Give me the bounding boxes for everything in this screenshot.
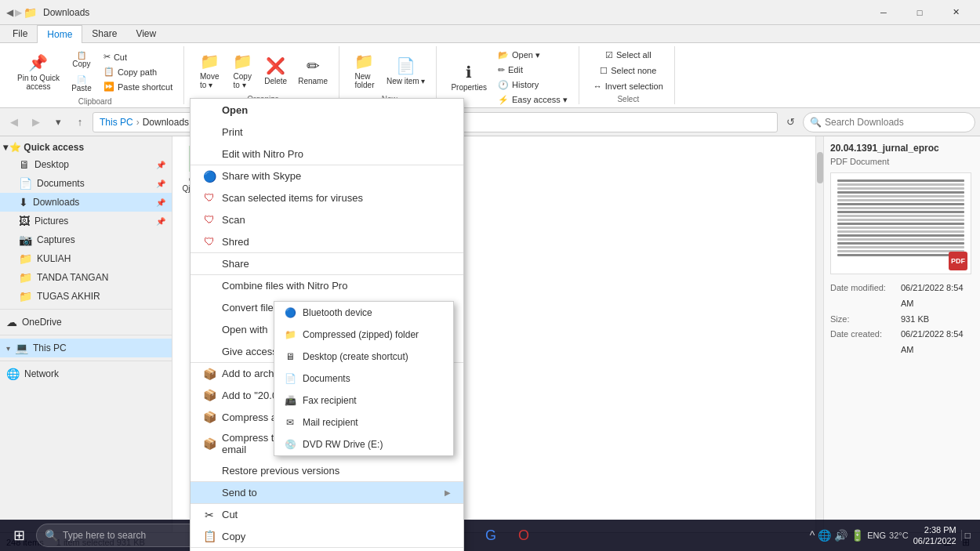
sendto-desktop[interactable]: 🖥 Desktop (create shortcut) bbox=[274, 346, 453, 368]
forward-button[interactable]: ▶ bbox=[27, 113, 45, 132]
ribbon-group-open: ℹ Properties 📂 Open ▾ ✏ Edit � bbox=[440, 46, 579, 104]
sidebar-item-kuliah[interactable]: 📁 KULIAH bbox=[0, 249, 172, 268]
copy-to-button[interactable]: 📁 Copyto ▾ bbox=[227, 48, 258, 93]
ctx-combine-nitro[interactable]: Combine files with Nitro Pro bbox=[191, 274, 463, 296]
sidebar-item-desktop[interactable]: 🖥 Desktop 📌 bbox=[0, 155, 172, 174]
show-desktop-button[interactable]: □ bbox=[961, 530, 971, 541]
paste-shortcut-button[interactable]: ⏩ Paste shortcut bbox=[99, 80, 177, 94]
system-clock[interactable]: 2:38 PM 06/21/2022 bbox=[913, 524, 956, 547]
select-none-button[interactable]: ☐ Select none bbox=[595, 63, 661, 78]
easy-access-icon: ⚡ bbox=[498, 95, 509, 105]
paste-button-ribbon[interactable]: 📄 Paste bbox=[66, 72, 97, 96]
speaker-icon[interactable]: 🔊 bbox=[834, 529, 848, 542]
properties-button[interactable]: ℹ Properties bbox=[446, 55, 492, 100]
pin-quick-access-button[interactable]: 📌 Pin to Quickaccess bbox=[13, 49, 64, 95]
new-item-button[interactable]: 📄 New item ▾ bbox=[382, 48, 430, 93]
ctx-cut[interactable]: ✂ Cut bbox=[191, 503, 463, 525]
scroll-thumb[interactable] bbox=[817, 152, 823, 183]
properties-icon: ℹ bbox=[466, 63, 472, 82]
meta-val-created: 06/21/2022 8:54 AM bbox=[901, 327, 974, 358]
minimize-button[interactable]: ─ bbox=[866, 0, 902, 25]
sendto-dvd[interactable]: 💿 DVD RW Drive (E:) bbox=[274, 433, 453, 455]
network-tray-icon[interactable]: 🌐 bbox=[818, 529, 831, 542]
sidebar-item-downloads[interactable]: ⬇ Downloads 📌 bbox=[0, 193, 172, 212]
search-input[interactable] bbox=[825, 117, 968, 128]
new-item-icon: 📄 bbox=[396, 56, 416, 75]
tab-share[interactable]: Share bbox=[82, 25, 126, 42]
delete-button[interactable]: ❌ Delete bbox=[260, 48, 292, 93]
ctx-share[interactable]: Share bbox=[191, 252, 463, 274]
cut-button-ribbon[interactable]: ✂ Cut bbox=[99, 50, 177, 64]
copy-to-label: Copyto ▾ bbox=[234, 72, 252, 89]
quick-access-header[interactable]: ▾ ⭐ Quick access bbox=[0, 140, 172, 155]
ctx-copy-label: Copy bbox=[222, 531, 451, 542]
close-button[interactable]: ✕ bbox=[938, 0, 974, 25]
ctx-scan-icon: 🛡 bbox=[203, 213, 216, 226]
move-to-icon: 📁 bbox=[200, 52, 220, 71]
tab-file[interactable]: File bbox=[3, 25, 37, 42]
taskbar-opera[interactable]: O bbox=[508, 520, 539, 551]
sidebar-item-this-pc[interactable]: ▾ 💻 This PC bbox=[0, 339, 172, 357]
ctx-restore-versions[interactable]: Restore previous versions bbox=[191, 459, 463, 481]
up-button[interactable]: ↑ bbox=[71, 113, 89, 132]
dvd-icon: 💿 bbox=[284, 438, 296, 451]
open-button-ribbon[interactable]: 📂 Open ▾ bbox=[493, 48, 572, 62]
tab-view[interactable]: View bbox=[126, 25, 165, 42]
sendto-documents[interactable]: 📄 Documents bbox=[274, 368, 453, 390]
edit-button-ribbon[interactable]: ✏ Edit bbox=[493, 63, 572, 77]
ctx-scan[interactable]: 🛡 Scan bbox=[191, 208, 463, 230]
history-button[interactable]: 🕐 History bbox=[493, 78, 572, 92]
maximize-button[interactable]: □ bbox=[902, 0, 938, 25]
sendto-bluetooth[interactable]: 🔵 Bluetooth device bbox=[274, 302, 453, 324]
rename-button[interactable]: ✏ Rename bbox=[293, 48, 332, 93]
tab-home[interactable]: Home bbox=[37, 25, 82, 43]
ctx-print[interactable]: Print bbox=[191, 121, 463, 143]
start-button[interactable]: ⊞ bbox=[3, 520, 34, 551]
ctx-combine-label: Combine files with Nitro Pro bbox=[222, 280, 451, 292]
move-to-button[interactable]: 📁 Moveto ▾ bbox=[194, 48, 225, 93]
sidebar-item-tugas-akhir[interactable]: 📁 TUGAS AKHIR bbox=[0, 287, 172, 306]
select-all-button[interactable]: ☑ Select all bbox=[601, 48, 656, 62]
sidebar-item-network[interactable]: 🌐 Network bbox=[0, 364, 172, 383]
ribbon-tabs: File Home Share View bbox=[0, 25, 980, 43]
taskbar-search-icon: 🔍 bbox=[45, 529, 58, 542]
temperature: 32°C bbox=[889, 531, 909, 540]
ctx-create-shortcut[interactable]: Create shortcut bbox=[191, 547, 463, 551]
chevron-up-icon[interactable]: ^ bbox=[810, 529, 815, 542]
sidebar-item-tanda-tangan[interactable]: 📁 TANDA TANGAN bbox=[0, 268, 172, 287]
ctx-scan-viruses[interactable]: 🛡 Scan selected items for viruses bbox=[191, 187, 463, 208]
new-folder-button[interactable]: 📁 Newfolder bbox=[349, 48, 380, 93]
easy-access-button[interactable]: ⚡ Easy access ▾ bbox=[493, 92, 572, 107]
path-this-pc[interactable]: This PC bbox=[100, 117, 133, 128]
sendto-fax[interactable]: 📠 Fax recipient bbox=[274, 390, 453, 411]
sendto-compressed[interactable]: 📁 Compressed (zipped) folder bbox=[274, 324, 453, 346]
search-box[interactable]: 🔍 bbox=[803, 112, 975, 132]
back-button[interactable]: ◀ bbox=[5, 113, 24, 132]
pin-indicator-pic: 📌 bbox=[156, 217, 165, 226]
clipboard-small-buttons: ✂ Cut 📋 Copy path ⏩ Paste shortcut bbox=[99, 50, 177, 94]
sendto-mail[interactable]: ✉ Mail recipient bbox=[274, 411, 453, 433]
sidebar-item-documents[interactable]: 📄 Documents 📌 bbox=[0, 174, 172, 193]
sidebar-item-onedrive[interactable]: ☁ OneDrive bbox=[0, 313, 172, 332]
invert-selection-button[interactable]: ↔ Invert selection bbox=[589, 79, 668, 93]
cut-icon: ✂ bbox=[103, 52, 111, 62]
refresh-button[interactable]: ↺ bbox=[781, 113, 800, 132]
battery-icon[interactable]: 🔋 bbox=[851, 529, 864, 542]
scroll-track[interactable] bbox=[815, 136, 823, 532]
taskbar-chrome2[interactable]: G bbox=[475, 520, 506, 551]
ctx-copy[interactable]: 📋 Copy bbox=[191, 525, 463, 547]
ctx-send-to[interactable]: Send to ▶ bbox=[191, 481, 463, 503]
ctx-edit-nitro[interactable]: Edit with Nitro Pro bbox=[191, 143, 463, 165]
lang-indicator[interactable]: ENG bbox=[867, 531, 886, 540]
recent-locations-button[interactable]: ▾ bbox=[49, 113, 67, 132]
delete-icon: ❌ bbox=[266, 56, 285, 75]
ctx-open[interactable]: Open bbox=[191, 99, 463, 121]
sidebar-item-pictures[interactable]: 🖼 Pictures 📌 bbox=[0, 212, 172, 230]
copy-path-button[interactable]: 📋 Copy path bbox=[99, 65, 177, 79]
pin-indicator-dl: 📌 bbox=[156, 198, 165, 207]
pdf-line2 bbox=[837, 183, 964, 186]
ctx-share-skype[interactable]: 🔵 Share with Skype bbox=[191, 165, 463, 187]
ctx-shred[interactable]: 🛡 Shred bbox=[191, 230, 463, 252]
sidebar-item-captures[interactable]: 📷 Captures bbox=[0, 230, 172, 249]
copy-button-ribbon[interactable]: 📋 Copy bbox=[66, 48, 97, 71]
